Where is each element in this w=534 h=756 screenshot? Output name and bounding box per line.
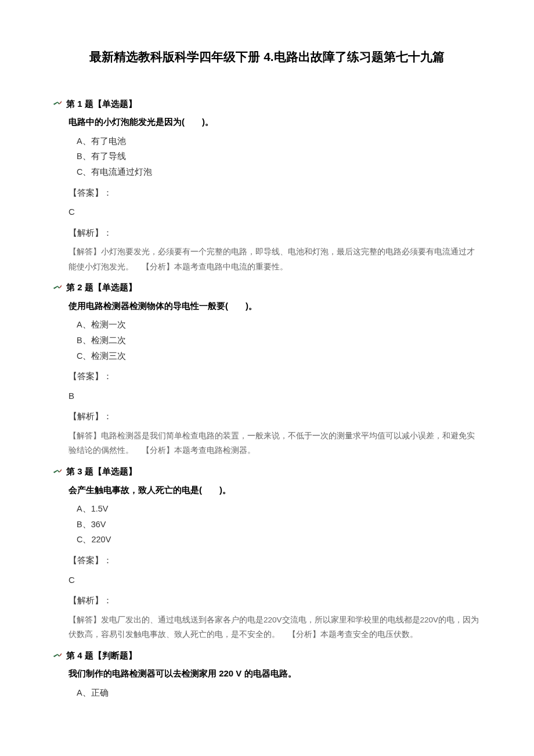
analysis-text: 【解答】小灯泡要发光，必须要有一个完整的电路，即导线、电池和灯泡，最后这完整的电… (68, 244, 482, 274)
option-a: A、检测一次 (77, 318, 482, 332)
option-c: C、检测三次 (77, 349, 482, 363)
question-number: 第 4 题【判断题】 (66, 648, 137, 663)
question-header: 第 2 题【单选题】 (52, 280, 482, 295)
question-2: 第 2 题【单选题】 使用电路检测器检测物体的导电性一般要( )。 A、检测一次… (52, 280, 482, 458)
option-a: A、正确 (77, 686, 482, 700)
pin-icon (52, 283, 63, 291)
question-text: 我们制作的电路检测器可以去检测家用 220 V 的电器电路。 (68, 666, 482, 681)
question-header: 第 3 题【单选题】 (52, 464, 482, 479)
answer-value: C (68, 573, 482, 588)
answer-label: 【答案】： (68, 185, 482, 200)
analysis-label: 【解析】： (68, 409, 482, 424)
question-text: 使用电路检测器检测物体的导电性一般要( )。 (68, 298, 482, 314)
option-b: B、有了导线 (77, 149, 482, 164)
analysis-text: 【解答】发电厂发出的、通过电线送到各家各户的电是220V交流电，所以家里和学校里… (68, 613, 482, 642)
question-options: A、1.5V B、36V C、220V (77, 502, 482, 547)
pin-icon (52, 99, 63, 107)
option-a: A、1.5V (77, 502, 482, 516)
question-header: 第 4 题【判断题】 (52, 648, 482, 663)
option-c: C、有电流通过灯泡 (77, 165, 482, 179)
question-4: 第 4 题【判断题】 我们制作的电路检测器可以去检测家用 220 V 的电器电路… (52, 648, 482, 700)
question-options: A、有了电池 B、有了导线 C、有电流通过灯泡 (77, 134, 482, 179)
question-options: A、检测一次 B、检测二次 C、检测三次 (77, 318, 482, 363)
answer-label: 【答案】： (68, 369, 482, 384)
question-1: 第 1 题【单选题】 电路中的小灯泡能发光是因为( )。 A、有了电池 B、有了… (52, 96, 482, 275)
option-a: A、有了电池 (77, 134, 482, 149)
question-3: 第 3 题【单选题】 会产生触电事故，致人死亡的电是( )。 A、1.5V B、… (52, 464, 482, 642)
analysis-label: 【解析】： (68, 593, 482, 608)
question-number: 第 2 题【单选题】 (66, 280, 137, 295)
question-number: 第 3 题【单选题】 (66, 464, 137, 479)
analysis-label: 【解析】： (68, 225, 482, 240)
question-text: 会产生触电事故，致人死亡的电是( )。 (68, 483, 482, 498)
answer-label: 【答案】： (68, 553, 482, 568)
option-c: C、220V (77, 532, 482, 547)
answer-value: B (68, 388, 482, 404)
analysis-text: 【解答】电路检测器是我们简单检查电路的装置，一般来说，不低于一次的测量求平均值可… (68, 429, 482, 458)
pin-icon (52, 467, 63, 476)
answer-value: C (68, 204, 482, 219)
option-b: B、36V (77, 517, 482, 532)
question-options: A、正确 (77, 686, 482, 700)
question-number: 第 1 题【单选题】 (66, 96, 137, 111)
pin-icon (52, 651, 63, 660)
option-b: B、检测二次 (77, 333, 482, 348)
question-header: 第 1 题【单选题】 (52, 96, 482, 111)
question-text: 电路中的小灯泡能发光是因为( )。 (68, 114, 482, 129)
page-title: 最新精选教科版科学四年级下册 4.电路出故障了练习题第七十九篇 (52, 46, 482, 67)
